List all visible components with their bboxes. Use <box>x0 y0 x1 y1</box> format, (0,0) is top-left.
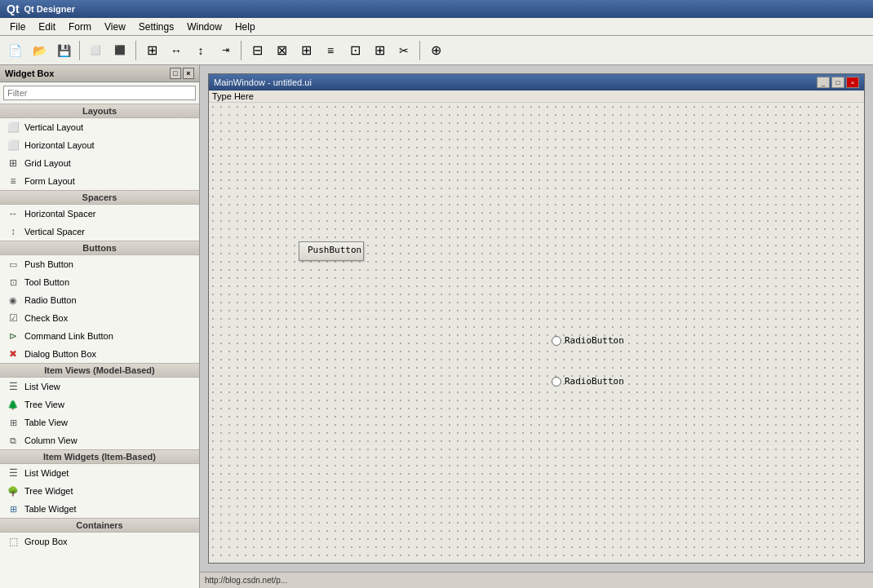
widget-list-widget[interactable]: List Widget <box>0 464 199 482</box>
canvas-radio-button-1[interactable]: RadioButton <box>552 335 624 346</box>
app-title-bar: Qt Qt Designer <box>0 0 873 18</box>
tree-view-label: Tree View <box>24 400 64 409</box>
toolbar-widget-editor[interactable]: ⊞ <box>140 39 163 62</box>
toolbar-split-h[interactable]: ⊡ <box>343 39 366 62</box>
grid-layout-label: Grid Layout <box>24 158 71 168</box>
widget-grid-layout[interactable]: Grid Layout <box>0 154 199 172</box>
menu-view[interactable]: View <box>98 20 132 34</box>
widget-radio-button[interactable]: Radio Button <box>0 291 199 309</box>
widget-form-layout[interactable]: Form Layout <box>0 172 199 190</box>
canvas-radio-button-2[interactable]: RadioButton <box>552 376 624 387</box>
radio-label-1: RadioButton <box>565 335 624 346</box>
menu-file[interactable]: File <box>3 20 32 34</box>
table-view-icon <box>7 416 20 429</box>
radio-button-label: Radio Button <box>24 295 77 305</box>
grid-layout-icon <box>7 157 20 170</box>
toolbar-sep-4 <box>419 41 420 60</box>
horizontal-layout-icon <box>7 139 20 152</box>
menu-help[interactable]: Help <box>228 20 262 34</box>
toolbar: 📄 📂 💾 ⬜ ⬛ ⊞ ↔ ↕ ⇥ ⊟ ⊠ ⊞ ≡ ⊡ ⊞ ✂ ⊕ <box>0 36 873 65</box>
menu-settings[interactable]: Settings <box>132 20 180 34</box>
toolbar-adjust-size[interactable]: ⊕ <box>424 39 447 62</box>
toolbar-layout-h[interactable]: ⊟ <box>246 39 268 62</box>
toolbar-split-v[interactable]: ⊞ <box>368 39 391 62</box>
widget-tree-widget[interactable]: Tree Widget <box>0 482 199 500</box>
widget-group-box[interactable]: Group Box <box>0 533 199 550</box>
toolbar-buddy[interactable]: ↕ <box>189 39 212 62</box>
menu-window[interactable]: Window <box>180 20 228 34</box>
widget-list-view[interactable]: List View <box>0 378 199 396</box>
toolbar-signal-slot[interactable]: ↔ <box>165 39 188 62</box>
toolbar-save[interactable]: 💾 <box>52 39 75 62</box>
widget-horizontal-layout[interactable]: Horizontal Layout <box>0 136 199 154</box>
section-containers: Containers <box>0 518 199 533</box>
form-title-bar: MainWindow - untitled.ui _ □ × <box>209 74 864 91</box>
table-widget-label: Table Widget <box>24 504 77 514</box>
group-box-icon <box>7 535 20 548</box>
toolbar-layout-g[interactable]: ⊞ <box>295 39 317 62</box>
horizontal-spacer-label: Horizontal Spacer <box>24 209 95 219</box>
mdi-window: MainWindow - untitled.ui _ □ × Type Here… <box>200 65 873 572</box>
horizontal-layout-label: Horizontal Layout <box>24 140 95 150</box>
vertical-layout-label: Vertical Layout <box>24 122 83 132</box>
toolbar-break-layout[interactable]: ✂ <box>392 39 415 62</box>
widget-table-view[interactable]: Table View <box>0 413 199 431</box>
form-menubar[interactable]: Type Here <box>209 91 864 103</box>
toolbar-layout-form[interactable]: ≡ <box>319 39 342 62</box>
form-close-btn[interactable]: × <box>846 77 859 88</box>
canvas-area: MainWindow - untitled.ui _ □ × Type Here… <box>200 65 873 588</box>
main-layout: Widget Box □ × Layouts Vertical Layout H… <box>0 65 873 588</box>
menu-form[interactable]: Form <box>62 20 98 34</box>
list-widget-label: List Widget <box>24 468 69 478</box>
toolbar-layout-v[interactable]: ⊠ <box>270 39 293 62</box>
toolbar-preview1[interactable]: ⬜ <box>84 39 107 62</box>
section-item-views: Item Views (Model-Based) <box>0 363 199 378</box>
vertical-spacer-icon <box>7 225 20 238</box>
widget-check-box[interactable]: Check Box <box>0 309 199 327</box>
tree-view-icon <box>7 398 20 411</box>
widget-vertical-layout[interactable]: Vertical Layout <box>0 118 199 136</box>
push-button-label: Push Button <box>24 259 73 269</box>
widget-filter-input[interactable] <box>3 86 196 100</box>
section-buttons: Buttons <box>0 241 199 255</box>
push-button-icon <box>7 258 20 271</box>
app-title: Qt Designer <box>24 4 75 14</box>
widget-column-view[interactable]: Column View <box>0 431 199 449</box>
widget-box-header-buttons: □ × <box>170 68 194 79</box>
list-view-icon <box>7 380 20 393</box>
form-maximize-btn[interactable]: □ <box>831 77 844 88</box>
form-minimize-btn[interactable]: _ <box>817 77 830 88</box>
tree-widget-label: Tree Widget <box>24 486 73 496</box>
widget-push-button[interactable]: Push Button <box>0 255 199 273</box>
widget-table-widget[interactable]: Table Widget <box>0 500 199 518</box>
column-view-icon <box>7 434 20 447</box>
status-text: http://blog.csdn.net/p... <box>205 576 287 585</box>
toolbar-sep-1 <box>79 41 80 60</box>
vertical-spacer-label: Vertical Spacer <box>24 227 85 237</box>
form-content[interactable]: PushButton RadioButton RadioButton <box>209 103 864 563</box>
toolbar-preview2[interactable]: ⬛ <box>109 39 131 62</box>
widget-box-float-btn[interactable]: □ <box>170 68 181 79</box>
widget-box-title: Widget Box <box>5 69 54 78</box>
tool-button-icon <box>7 276 20 289</box>
command-link-button-icon <box>7 329 20 343</box>
widget-tool-button[interactable]: Tool Button <box>0 273 199 291</box>
widget-tree-view[interactable]: Tree View <box>0 396 199 413</box>
push-button-canvas-label: PushButton <box>308 245 361 255</box>
widget-box-close-btn[interactable]: × <box>183 68 194 79</box>
form-window-title: MainWindow - untitled.ui <box>214 77 312 87</box>
toolbar-new[interactable]: 📄 <box>3 39 26 62</box>
form-title-buttons: _ □ × <box>817 77 859 88</box>
toolbar-open[interactable]: 📂 <box>28 39 51 62</box>
group-box-label: Group Box <box>24 537 68 546</box>
toolbar-sep-2 <box>135 41 136 60</box>
menu-edit[interactable]: Edit <box>32 20 62 34</box>
widget-command-link-button[interactable]: Command Link Button <box>0 327 199 345</box>
toolbar-tab-order[interactable]: ⇥ <box>214 39 237 62</box>
command-link-button-label: Command Link Button <box>24 331 113 341</box>
widget-dialog-button-box[interactable]: Dialog Button Box <box>0 345 199 363</box>
widget-vertical-spacer[interactable]: Vertical Spacer <box>0 223 199 241</box>
widget-horizontal-spacer[interactable]: Horizontal Spacer <box>0 205 199 223</box>
canvas-push-button[interactable]: PushButton <box>299 241 364 261</box>
list-widget-icon <box>7 466 20 480</box>
